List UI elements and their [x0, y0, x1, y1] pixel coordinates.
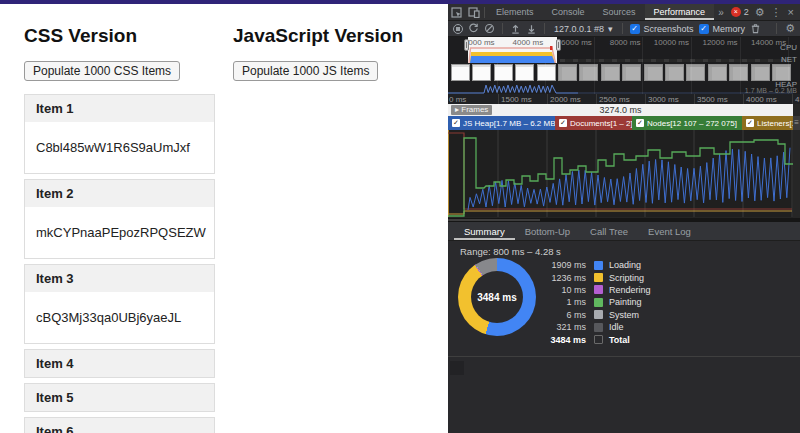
record-button[interactable] [453, 24, 463, 34]
item-header: Item 3 [25, 265, 214, 292]
detail-time-ruler: 0 ms1500 ms2000 ms2500 ms3000 ms3500 ms4… [448, 94, 800, 104]
item-header: Item 6 [25, 418, 214, 433]
screenshots-label: Screenshots [644, 24, 694, 34]
summary-row: 321 msIdle [532, 321, 651, 333]
populate-css-button[interactable]: Populate 1000 CSS Items [24, 61, 180, 81]
tab-call-tree[interactable]: Call Tree [580, 222, 638, 240]
css-section-title: CSS Version [24, 25, 215, 47]
tab-console[interactable]: Console [543, 4, 594, 20]
clear-icon[interactable] [484, 23, 495, 34]
screenshot-thumbnail[interactable] [515, 64, 534, 81]
settings-gear-icon[interactable]: ⚙ [755, 7, 765, 18]
selection-right-handle[interactable] [556, 39, 561, 51]
summary-value: 321 ms [532, 322, 586, 332]
checkbox-check-icon[interactable]: ✓ [636, 119, 644, 127]
screenshot-thumbnail[interactable] [644, 64, 663, 81]
category-swatch[interactable] [594, 335, 603, 344]
toolbar-divider [484, 7, 485, 18]
load-profile-icon[interactable] [510, 23, 521, 34]
scrollbar-thumb[interactable] [448, 219, 540, 221]
screenshot-thumbnail[interactable] [451, 64, 470, 81]
collect-garbage-icon[interactable] [750, 23, 761, 34]
screenshot-thumbnail[interactable] [665, 64, 684, 81]
timeline-overview[interactable]: CPU NET HEAP 1.7 MB – 6.2 MB 2000 ms4000… [448, 37, 800, 94]
summary-value: 10 ms [532, 285, 586, 295]
close-devtools-icon[interactable]: × [788, 7, 794, 18]
kebab-menu-icon[interactable]: ⋮ [771, 7, 782, 18]
screenshot-thumbnail[interactable] [601, 64, 620, 81]
frames-duration-value: 3274.0 ms [448, 105, 793, 115]
toolbar-divider [622, 23, 623, 34]
ruler-label: 1500 ms [501, 95, 532, 104]
screenshot-thumbnail[interactable] [472, 64, 491, 81]
category-swatch[interactable] [594, 310, 603, 319]
tab-elements[interactable]: Elements [487, 4, 543, 20]
summary-label: Scripting [609, 273, 644, 283]
details-tab-bar: SummaryBottom-UpCall TreeEvent Log [448, 222, 800, 241]
memory-legend-item[interactable]: ✓JS Heap[1.7 MB – 6.2 MB] [448, 116, 555, 130]
category-swatch[interactable] [594, 285, 603, 294]
screenshots-checkbox[interactable]: ✓ Screenshots [630, 24, 694, 34]
ruler-label: 3500 ms [697, 95, 728, 104]
summary-label: System [609, 310, 639, 320]
tab-event-log[interactable]: Event Log [638, 222, 701, 240]
screenshot-thumbnail[interactable] [558, 64, 577, 81]
list-item: Item 5 [24, 383, 215, 412]
category-swatch[interactable] [594, 261, 603, 270]
ruler-tick [743, 94, 744, 104]
screenshot-thumbnail[interactable] [751, 64, 770, 81]
screenshot-thumbnail[interactable] [708, 64, 727, 81]
ruler-gridline [594, 37, 595, 94]
scroll-corner [450, 361, 464, 375]
more-tabs-chevron-icon[interactable]: » [714, 7, 728, 18]
list-item: Item 1C8bl485wW1R6S9aUmJxf [24, 94, 215, 174]
devtools-footer-area [448, 356, 800, 433]
item-content: C8bl485wW1R6S9aUmJxf [25, 122, 214, 173]
listeners-line [448, 211, 792, 214]
checkbox-check-icon[interactable]: ✓ [746, 119, 754, 127]
screenshot-thumbnail[interactable] [579, 64, 598, 81]
history-select[interactable]: 127.0.0.1 #8 ▾ [552, 24, 615, 34]
device-toolbar-icon[interactable] [465, 5, 482, 20]
chevron-down-icon: ▾ [608, 24, 613, 34]
screenshot-thumbnail[interactable] [622, 64, 641, 81]
error-badge[interactable]: × 2 [731, 7, 749, 17]
memory-legend-item[interactable]: ✓Listeners[1 [742, 116, 793, 130]
selection-left-handle[interactable] [464, 39, 469, 51]
tab-summary[interactable]: Summary [454, 222, 515, 240]
ruler-label: 2000 ms [550, 95, 581, 104]
tab-sources[interactable]: Sources [594, 4, 645, 20]
category-swatch[interactable] [594, 298, 603, 307]
memory-legend-item[interactable]: ✓Nodes[12 107 – 272 075] [632, 116, 742, 130]
toolbar-divider [544, 23, 545, 34]
memory-checkbox[interactable]: ✓ Memory [699, 24, 746, 34]
demo-page: CSS Version Populate 1000 CSS Items Item… [0, 4, 448, 433]
item-header: Item 5 [25, 384, 214, 411]
memory-legend-label: Documents[1 – 2] [570, 119, 632, 128]
save-profile-icon[interactable] [526, 23, 537, 34]
screenshot-thumbnail[interactable] [686, 64, 705, 81]
tab-performance[interactable]: Performance [645, 4, 715, 20]
category-swatch[interactable] [594, 273, 603, 282]
ruler-tick [498, 94, 499, 104]
ruler-label: 6000 ms [561, 38, 592, 47]
checkbox-check-icon[interactable]: ✓ [452, 119, 460, 127]
reload-record-icon[interactable] [468, 23, 479, 34]
tab-bottom-up[interactable]: Bottom-Up [515, 222, 580, 240]
checkbox-check-icon[interactable]: ✓ [559, 119, 567, 127]
summary-row: 1909 msLoading [532, 259, 651, 271]
history-selected-value: 127.0.0.1 #8 [554, 24, 604, 34]
heap-overview-spark [448, 82, 793, 94]
range-label: Range: 800 ms – 4.28 s [460, 246, 561, 257]
memory-legend-item[interactable]: ✓Documents[1 – 2] [555, 116, 632, 130]
populate-js-button[interactable]: Populate 1000 JS Items [233, 61, 378, 81]
ruler-label: 4000 ms [513, 38, 544, 47]
inspect-element-icon[interactable] [448, 5, 465, 20]
category-swatch[interactable] [594, 323, 603, 332]
summary-value: 1909 ms [532, 260, 586, 270]
memory-counters-chart[interactable] [448, 130, 793, 217]
capture-settings-gear-icon[interactable]: ⚙ [785, 23, 795, 34]
legend-overflow-icon[interactable]: ≡ [793, 116, 800, 130]
browser-top-strip [0, 0, 800, 4]
summary-pane: Range: 800 ms – 4.28 s 3484 ms 1909 msLo… [448, 241, 800, 356]
